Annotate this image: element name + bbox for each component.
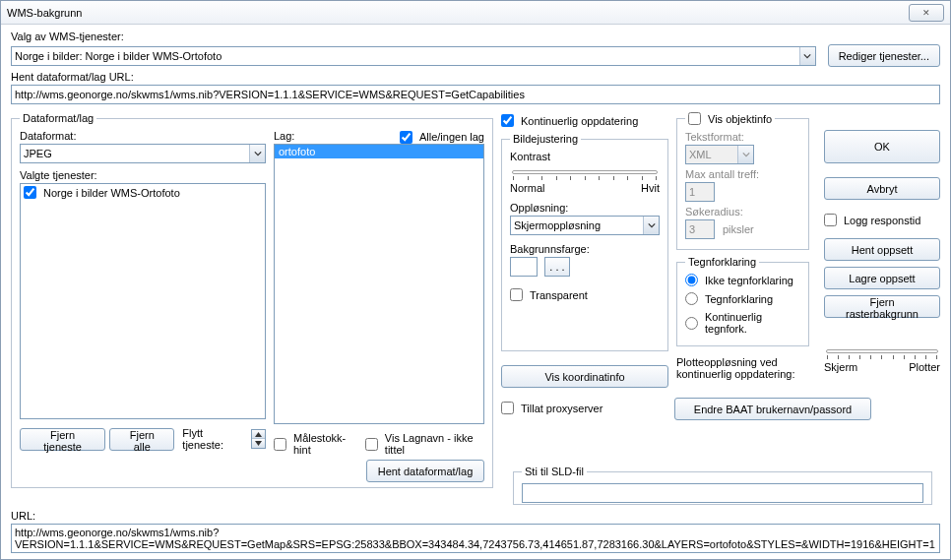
close-icon: ✕	[922, 8, 930, 18]
plotter-label: Plotter	[909, 361, 940, 373]
plot-slider[interactable]	[824, 349, 940, 353]
proxy-label: Tillat proxyserver	[521, 403, 602, 414]
proxy-checkbox[interactable]	[501, 402, 514, 414]
tegn-opt2: Kontinuerlig tegnfork.	[705, 311, 800, 335]
service-select[interactable]	[11, 46, 816, 66]
logg-label: Logg responstid	[844, 215, 920, 226]
bgcolor-swatch[interactable]	[510, 257, 538, 277]
hent-oppsett-button[interactable]: Hent oppsett	[824, 238, 940, 261]
baat-button[interactable]: Endre BAAT brukernavn/passord	[674, 398, 871, 420]
maxtreff-input	[685, 182, 715, 202]
titlebar: WMS-bakgrunn ✕	[1, 1, 950, 25]
remove-all-button[interactable]: Fjern alle	[109, 428, 174, 451]
format-label: Dataformat:	[20, 130, 266, 142]
visobjekt-label: Vis objektinfo	[708, 113, 772, 125]
list-item[interactable]: Norge i bilder WMS-Ortofoto	[21, 184, 265, 201]
bgcolor-picker-button[interactable]: . . .	[544, 257, 570, 277]
transparent-label: Transparent	[530, 289, 588, 301]
allnone-label: Alle/ingen lag	[419, 131, 484, 143]
maxtreff-label: Max antall treff:	[685, 168, 800, 180]
list-item[interactable]: ortofoto	[275, 145, 483, 158]
dataformat-group: Dataformat/lag Dataformat: Valgte tjenes…	[11, 112, 493, 488]
service-checkbox[interactable]	[24, 186, 36, 199]
vis-koordinat-button[interactable]: Vis koordinatinfo	[501, 365, 668, 388]
sld-group: Sti til SLD-fil	[513, 466, 932, 505]
format-select[interactable]	[20, 144, 266, 163]
radius-unit: piksler	[723, 223, 754, 235]
close-button[interactable]: ✕	[909, 4, 944, 22]
tegn-radio-yes[interactable]	[685, 292, 698, 305]
spinner-up-icon[interactable]	[252, 430, 265, 439]
sld-path-input[interactable]	[522, 483, 923, 503]
scalehint-checkbox[interactable]	[274, 438, 286, 451]
opplosning-select[interactable]	[510, 216, 660, 235]
service-name: Norge i bilder WMS-Ortofoto	[43, 187, 180, 199]
wms-dialog: WMS-bakgrunn ✕ Valg av WMS-tjenester: Re…	[0, 0, 951, 560]
continuous-checkbox[interactable]	[501, 114, 514, 127]
dialog-content: Valg av WMS-tjenester: Rediger tjenester…	[1, 25, 950, 492]
sld-legend: Sti til SLD-fil	[522, 466, 587, 477]
kontrast-slider[interactable]	[510, 164, 660, 174]
continuous-label: Kontinuerlig oppdatering	[521, 115, 638, 127]
tekstformat-select	[685, 145, 754, 164]
radius-label: Søkeradius:	[685, 206, 800, 218]
normal-label: Normal	[510, 182, 544, 194]
layer-label: Lag:	[274, 130, 294, 142]
radius-input	[685, 219, 715, 239]
tegn-radio-none[interactable]	[685, 274, 698, 286]
layername-checkbox[interactable]	[365, 438, 378, 451]
lagre-oppsett-button[interactable]: Lagre oppsett	[824, 267, 940, 289]
spinner-down-icon[interactable]	[252, 439, 265, 448]
avbryt-button[interactable]: Avbryt	[824, 177, 940, 200]
plotopplosning-label: Plotteoppløsning ved kontinuerlig oppdat…	[676, 356, 809, 380]
bgcolor-label: Bakgrunnsfarge:	[510, 243, 660, 255]
tegnforklaring-group: Tegnforklaring Ikke tegnforklaring Tegnf…	[676, 256, 809, 346]
move-service-label: Flytt tjeneste:	[182, 427, 245, 451]
tegn-opt1: Tegnforklaring	[705, 293, 773, 305]
remove-service-button[interactable]: Fjern tjeneste	[20, 428, 105, 451]
getmap-url-textarea[interactable]	[11, 524, 940, 553]
fjern-raster-button[interactable]: Fjern rasterbakgrunn	[824, 295, 940, 318]
transparent-checkbox[interactable]	[510, 288, 523, 301]
bottom-url-label: URL:	[11, 510, 940, 522]
bildejustering-group: Bildejustering Kontrast Normal Hvit Oppl…	[501, 133, 668, 351]
tegn-opt0: Ikke tegnforklaring	[705, 275, 793, 286]
layers-list[interactable]: ortofoto	[274, 144, 484, 424]
logg-checkbox[interactable]	[824, 214, 837, 226]
objektinfo-group: Vis objektinfo Tekstformat: Max antall t…	[676, 112, 809, 250]
services-label: Valg av WMS-tjenester:	[11, 31, 940, 42]
dataformat-legend: Dataformat/lag	[20, 112, 96, 124]
layername-label: Vis Lagnavn - ikke tittel	[385, 432, 484, 456]
window-title: WMS-bakgrunn	[7, 7, 82, 19]
scalehint-label: Målestokk-hint	[293, 432, 355, 456]
opplosning-label: Oppløsning:	[510, 202, 660, 214]
ok-button[interactable]: OK	[824, 130, 940, 163]
skjerm-label: Skjerm	[824, 361, 857, 373]
tegn-radio-cont[interactable]	[685, 317, 698, 330]
kontrast-label: Kontrast	[510, 151, 660, 162]
bilde-legend: Bildejustering	[510, 133, 581, 145]
capabilities-url-input[interactable]	[11, 85, 940, 104]
tegn-legend: Tegnforklaring	[685, 256, 759, 268]
selected-services-list[interactable]: Norge i bilder WMS-Ortofoto	[20, 183, 266, 419]
allnone-checkbox[interactable]	[400, 131, 412, 144]
fetch-dataformat-button[interactable]: Hent dataformat/lag	[366, 460, 484, 482]
selected-services-label: Valgte tjenester:	[20, 169, 266, 181]
move-service-spinner[interactable]	[251, 429, 266, 449]
tekstformat-label: Tekstformat:	[685, 131, 800, 143]
url-label: Hent dataformat/lag URL:	[11, 71, 940, 83]
edit-services-button[interactable]: Rediger tjenester...	[828, 44, 940, 67]
visobjekt-checkbox[interactable]	[688, 112, 701, 125]
hvit-label: Hvit	[641, 182, 660, 194]
